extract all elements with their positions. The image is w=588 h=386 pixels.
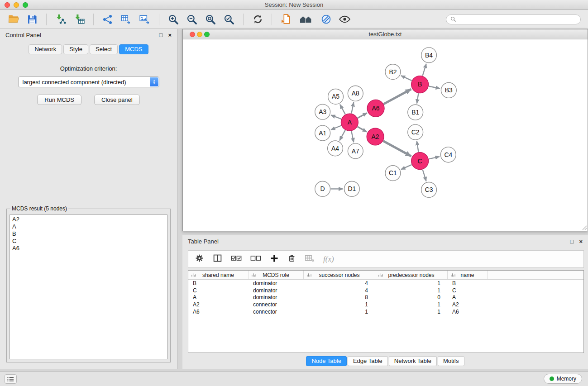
graph-edge-A-A6[interactable]	[358, 113, 367, 118]
close-button[interactable]	[190, 32, 195, 37]
zoom-button[interactable]	[23, 2, 28, 8]
graph-node-B[interactable]: B	[411, 76, 429, 93]
column-header[interactable]: predecessor nodes	[375, 271, 448, 279]
search-input[interactable]	[459, 16, 576, 23]
result-item[interactable]: A	[12, 223, 165, 230]
close-panel-icon[interactable]: ×	[168, 32, 172, 38]
graph-edge-C-C2[interactable]	[417, 141, 419, 152]
column-header[interactable]: MCDS role	[249, 271, 304, 279]
tab-mcds[interactable]: MCDS	[119, 44, 148, 54]
column-header[interactable]: name	[448, 271, 488, 279]
save-session-icon[interactable]	[26, 13, 38, 26]
close-button[interactable]	[5, 2, 10, 8]
close-panel-button[interactable]: Close panel	[94, 95, 140, 105]
mcds-result-list[interactable]: A2ABCA6	[10, 214, 167, 359]
search-box[interactable]	[446, 14, 581, 24]
graphics-details-icon[interactable]	[320, 13, 332, 26]
unselect-all-columns-icon[interactable]	[250, 254, 261, 264]
graph-edge-B-B1[interactable]	[417, 93, 419, 103]
refresh-icon[interactable]	[251, 13, 264, 26]
memory-button[interactable]: Memory	[544, 374, 582, 384]
minimize-button[interactable]	[14, 2, 19, 8]
table-row[interactable]: A6connector11A6	[188, 308, 583, 315]
column-header[interactable]: shared name	[188, 271, 249, 279]
graph-edge-A-A2[interactable]	[358, 127, 367, 132]
export-table-icon[interactable]	[120, 13, 133, 26]
import-table-icon[interactable]	[73, 13, 86, 26]
graph-node-C1[interactable]: C1	[385, 166, 401, 181]
graph-edge-B-B2[interactable]	[401, 76, 412, 81]
graph-node-A3[interactable]: A3	[315, 104, 330, 119]
tab-network[interactable]: Network	[29, 44, 62, 54]
open-file-icon[interactable]	[7, 13, 20, 26]
graph-edge-C-C4[interactable]	[429, 157, 440, 159]
minimize-button[interactable]	[197, 32, 202, 37]
graph-node-D1[interactable]: D1	[344, 181, 359, 197]
graph-node-C3[interactable]: C3	[421, 182, 437, 198]
export-image-icon[interactable]	[139, 13, 151, 26]
graph-node-C4[interactable]: C4	[440, 147, 456, 162]
result-item[interactable]: A6	[12, 245, 165, 252]
result-item[interactable]: B	[12, 230, 165, 238]
zoom-button[interactable]	[204, 32, 210, 37]
eye-icon[interactable]	[338, 13, 351, 26]
tab-node-table[interactable]: Node Table	[306, 356, 347, 366]
float-panel-icon[interactable]: □	[159, 32, 163, 38]
task-history-button[interactable]	[5, 374, 17, 384]
graph-node-A1[interactable]: A1	[315, 125, 330, 141]
graph-node-A2[interactable]: A2	[367, 128, 384, 145]
table-row[interactable]: Cdominator41C	[188, 287, 583, 294]
graph-node-B2[interactable]: B2	[385, 64, 401, 80]
graph-edge-A-A8[interactable]	[351, 102, 354, 114]
graph-edge-A-A7[interactable]	[351, 131, 354, 143]
home-icon[interactable]	[298, 13, 314, 26]
graph-edge-A2-C[interactable]	[383, 141, 411, 157]
graph-node-A[interactable]: A	[341, 114, 358, 131]
paste-document-icon[interactable]	[280, 13, 292, 26]
delete-column-icon[interactable]	[287, 254, 296, 264]
graph-node-C2[interactable]: C2	[408, 124, 423, 140]
table-settings-gear-icon[interactable]	[195, 253, 204, 265]
close-panel-icon[interactable]: ×	[579, 238, 583, 245]
graph-edge-C-C1[interactable]	[401, 165, 411, 170]
add-column-icon[interactable]	[270, 254, 279, 265]
graph-node-A7[interactable]: A7	[348, 143, 363, 159]
network-window-titlebar[interactable]: testGlobe.txt	[183, 29, 588, 39]
tab-select[interactable]: Select	[90, 44, 118, 54]
graph-edge-C-C3[interactable]	[423, 170, 426, 181]
column-header[interactable]: successor nodes	[304, 271, 375, 279]
delete-table-icon[interactable]	[305, 254, 315, 264]
graph-node-A5[interactable]: A5	[328, 89, 344, 104]
table-row[interactable]: Adominator80A	[188, 294, 583, 301]
graph-edge-A-A5[interactable]	[340, 105, 345, 114]
tab-network-table[interactable]: Network Table	[389, 356, 437, 366]
graph-edge-B-B4[interactable]	[423, 64, 426, 76]
graph-edge-B-B3[interactable]	[429, 86, 440, 89]
network-canvas[interactable]: B4B2BB3A8A5A6A3B1AC2A1A2A4A7C4CC1C3DD1	[183, 40, 588, 231]
graph-node-C[interactable]: C	[411, 152, 429, 170]
tab-style[interactable]: Style	[63, 44, 88, 54]
table-row[interactable]: A2connector11A2	[188, 301, 583, 308]
graph-node-B3[interactable]: B3	[441, 83, 456, 98]
float-panel-icon[interactable]: □	[570, 238, 574, 245]
graph-edge-A-A1[interactable]	[331, 126, 341, 130]
graph-node-B4[interactable]: B4	[421, 48, 437, 63]
zoom-in-icon[interactable]	[167, 13, 180, 26]
zoom-fit-icon[interactable]	[204, 13, 217, 26]
node-table[interactable]: shared nameMCDS rolesuccessor nodesprede…	[188, 270, 584, 353]
graph-edge-A-A4[interactable]	[339, 130, 345, 141]
result-item[interactable]: C	[12, 238, 165, 245]
graph-node-A6[interactable]: A6	[367, 100, 384, 117]
graph-node-D[interactable]: D	[315, 181, 330, 197]
graph-edge-A6-B[interactable]	[384, 89, 411, 104]
graph-node-A4[interactable]: A4	[328, 141, 343, 156]
zoom-selected-icon[interactable]	[223, 13, 235, 26]
function-builder-icon[interactable]: f(x)	[323, 255, 334, 264]
table-row[interactable]: Bdominator41B	[188, 280, 583, 287]
resize-handle[interactable]	[582, 225, 587, 230]
result-item[interactable]: A2	[12, 216, 165, 223]
tab-motifs[interactable]: Motifs	[438, 356, 464, 366]
graph-edge-A-A3[interactable]	[331, 115, 341, 119]
import-network-icon[interactable]	[54, 13, 67, 26]
run-mcds-button[interactable]: Run MCDS	[37, 95, 81, 105]
